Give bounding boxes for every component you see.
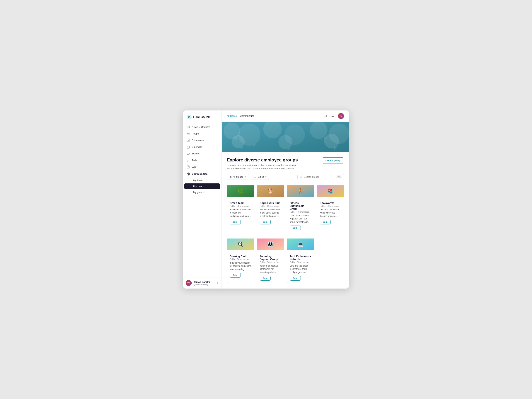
notification-icon[interactable] (330, 114, 336, 119)
chat-icon[interactable] (323, 114, 328, 119)
sidebar-item-documents-label: Documents (192, 139, 204, 142)
svg-text:🐕: 🐕 (267, 188, 273, 194)
sidebar-item-tickets[interactable]: Tickets (183, 150, 222, 157)
user-avatar-top[interactable]: TB (338, 113, 344, 119)
search-input[interactable] (304, 176, 335, 178)
svg-point-6 (189, 133, 190, 133)
sidebar-footer[interactable]: TB Tamas Barathi @bluecolibriHQ ▼ (183, 277, 222, 289)
group-card-body-tech: Tech Enthusiasts Network Public · 78 mem… (287, 253, 314, 283)
search-box[interactable]: ⌘K (298, 174, 344, 180)
group-meta-cooking-club: Public · 78 members (230, 258, 251, 260)
page-body: Explore diverse employee groups Discover… (222, 152, 349, 289)
join-button-green-team[interactable]: Join (230, 220, 241, 224)
group-desc-parenting: Join our supportive community for parent… (260, 264, 281, 274)
sidebar-item-polls-label: Polls (192, 159, 197, 162)
group-card-body-green-team: Green Team Public · 78 members Join us i… (227, 199, 254, 227)
top-bar-actions: TB (323, 113, 344, 119)
group-desc-dog-lovers: Woof woof! Welcome to our pack! Join us … (260, 208, 281, 218)
group-card-body-fitness: Fitness Enthusiasts Group Public · 78 me… (287, 199, 314, 233)
ticket-icon (187, 152, 190, 155)
sidebar-sub-discover[interactable]: Discover (184, 184, 220, 189)
group-name-fitness: Fitness Enthusiasts Group (290, 202, 311, 210)
search-shortcut: ⌘K (336, 175, 342, 178)
group-card-parenting[interactable]: 👨‍👩‍👧 Parenting Support Group Public · 7… (257, 236, 284, 283)
group-name-parenting: Parenting Support Group (260, 255, 281, 261)
sidebar-item-documents[interactable]: Documents (183, 137, 222, 144)
group-image-tech: 💻 (287, 236, 314, 253)
group-image-cooking-club: 🍳 (227, 236, 254, 253)
sidebar-item-calendar-label: Calendar (192, 146, 202, 148)
group-card-tech[interactable]: 💻 Tech Enthusiasts Network Public · 78 m… (287, 236, 314, 283)
sidebar-item-news[interactable]: News & Updates (183, 124, 222, 130)
user-handle: @bluecolibriHQ (194, 283, 215, 285)
page-subtitle: Discover new connections and shared pass… (227, 163, 304, 171)
sidebar-item-communities[interactable]: Communities (183, 171, 222, 177)
svg-rect-7 (187, 139, 189, 142)
breadcrumb-home[interactable]: Home (227, 114, 237, 117)
app-window: Blue Colibri News & Updates Peop (183, 110, 349, 289)
sidebar-item-calendar[interactable]: Calendar (183, 144, 222, 150)
svg-line-45 (301, 177, 302, 178)
group-card-body-cooking-club: Cooking Club Public · 78 members Indulge… (227, 253, 254, 280)
svg-rect-11 (187, 146, 190, 148)
search-icon (300, 176, 302, 178)
sidebar-item-people[interactable]: People (183, 130, 222, 137)
my-groups-label: My groups (193, 191, 204, 194)
svg-text:🏃: 🏃 (298, 188, 304, 194)
document-icon (187, 139, 190, 142)
chevron-down-icon-filter: ▼ (245, 176, 247, 178)
group-image-green-team: 🌿 (227, 183, 254, 199)
svg-point-42 (324, 134, 339, 149)
group-name-dog-lovers: Dog Lovers Club (260, 202, 281, 204)
svg-text:🍳: 🍳 (237, 241, 243, 247)
groups-grid: 🌿 Green Team Public · 78 members Join us… (227, 183, 344, 283)
filter-left: ⊞ All groups ▼ 🏷 Topics ▼ (227, 174, 269, 180)
group-image-bookworms: 📚 (317, 183, 344, 199)
join-button-tech[interactable]: Join (290, 276, 301, 281)
page-header: Explore diverse employee groups Discover… (227, 157, 344, 171)
join-button-bookworms[interactable]: Join (320, 220, 331, 224)
logo[interactable]: Blue Colibri (183, 110, 222, 123)
group-card-dog-lovers[interactable]: 🐕 Dog Lovers Club Public · 92 members Wo… (257, 183, 284, 233)
sidebar-item-polls[interactable]: Polls (183, 157, 222, 164)
page-title: Explore diverse employee groups (227, 157, 304, 163)
group-card-green-team[interactable]: 🌿 Green Team Public · 78 members Join us… (227, 183, 254, 233)
main-content: Home › Communities TB (222, 110, 349, 289)
all-groups-filter[interactable]: ⊞ All groups ▼ (227, 174, 249, 180)
breadcrumb: Home › Communities (227, 114, 254, 117)
group-desc-cooking-club: Indulge your passion for cooking and sha… (230, 261, 251, 271)
sidebar-item-wiki[interactable]: Wiki (183, 164, 222, 170)
group-name-cooking-club: Cooking Club (230, 255, 251, 258)
create-group-button[interactable]: Create group (322, 157, 344, 164)
join-button-cooking-club[interactable]: Join (230, 273, 241, 278)
svg-point-26 (188, 173, 189, 174)
user-name: Tamas Barathi (194, 281, 215, 283)
svg-point-1 (189, 117, 190, 118)
svg-rect-17 (187, 160, 188, 162)
topics-filter[interactable]: 🏷 Topics ▼ (251, 174, 270, 180)
tag-icon: 🏷 (253, 175, 256, 178)
sidebar-item-news-label: News & Updates (192, 126, 210, 128)
hero-banner (222, 122, 349, 152)
group-meta-tech: Public · 78 members (290, 261, 311, 263)
group-image-dog-lovers: 🐕 (257, 183, 284, 199)
group-name-tech: Tech Enthusiasts Network (290, 255, 311, 261)
group-card-cooking-club[interactable]: 🍳 Cooking Club Public · 78 members Indul… (227, 236, 254, 283)
join-button-parenting[interactable]: Join (260, 276, 271, 281)
join-button-dog-lovers[interactable]: Join (260, 220, 271, 224)
sidebar-item-people-label: People (192, 132, 200, 135)
chevron-down-icon: ▼ (216, 282, 219, 284)
group-card-bookworms[interactable]: 📚 Bookworms Public · 78 members Dive int… (317, 183, 344, 233)
group-card-body-bookworms: Bookworms Public · 78 members Dive into … (317, 199, 344, 227)
sidebar-sub-my-groups[interactable]: My groups (184, 189, 220, 195)
group-desc-green-team: Join us in our mission to make our workp… (230, 208, 251, 218)
svg-point-38 (232, 135, 245, 148)
join-button-fitness[interactable]: Join (290, 226, 301, 230)
filter-bar: ⊞ All groups ▼ 🏷 Topics ▼ (227, 174, 344, 180)
sidebar-item-tickets-label: Tickets (192, 152, 200, 155)
logo-icon (187, 114, 192, 120)
group-card-fitness[interactable]: 🏃 Fitness Enthusiasts Group Public · 78 … (287, 183, 314, 233)
sidebar-sub-my-feed[interactable]: My Feed (184, 177, 220, 183)
communities-icon (187, 172, 190, 176)
svg-point-5 (187, 133, 188, 134)
